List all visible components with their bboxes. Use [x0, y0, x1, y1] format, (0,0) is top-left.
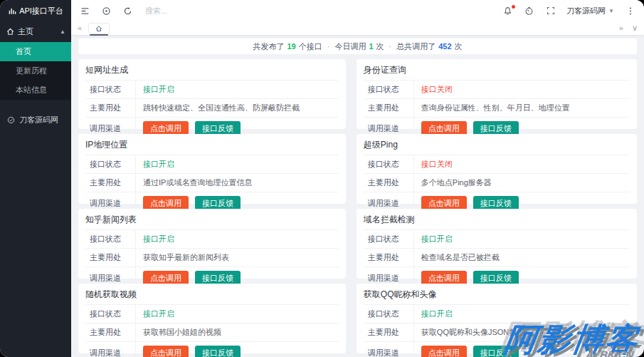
usage-text: 跳转快速稳定、全国连通性高、防屏蔽防拦截	[136, 99, 339, 117]
stats-text: 次	[455, 41, 463, 52]
api-card-random-video: 随机获取视频 接口状态 接口开启 主要用处 获取韩国小姐姐的视频 调用渠道	[78, 284, 346, 353]
status-badge: 接口开启	[143, 159, 174, 170]
row-label-status: 接口状态	[85, 230, 136, 248]
status-badge: 接口开启	[143, 234, 174, 244]
sidebar-item-changelog[interactable]: 更新历程	[0, 61, 71, 81]
sidebar-item-index[interactable]: 首页	[0, 42, 71, 61]
row-label-usage: 主要用处	[85, 324, 136, 341]
fullscreen-icon[interactable]	[545, 6, 556, 16]
topbar-actions: 刀客源码网 ▼	[502, 6, 635, 16]
row-label-status: 接口状态	[85, 81, 136, 98]
sidebar-footer-label: 刀客源码网	[19, 115, 58, 125]
home-icon	[6, 28, 14, 36]
topbar: 刀客源码网 ▼	[71, 0, 644, 21]
api-card-qq-avatar: 获取QQ昵称和头像 接口状态 接口开启 主要用处 获取QQ昵称和头像JSON数据…	[357, 284, 637, 353]
card-title: 域名拦截检测	[364, 214, 630, 226]
sidebar-item-daoke[interactable]: 刀客源码网	[0, 110, 71, 130]
search-input[interactable]	[144, 6, 253, 16]
row-label-status: 接口状态	[364, 230, 414, 248]
user-menu[interactable]: 刀客源码网 ▼	[566, 6, 614, 16]
usage-text: 获取韩国小姐姐的视频	[136, 324, 339, 341]
row-label-usage: 主要用处	[364, 249, 414, 267]
api-card-grid: 短网址生成 接口状态 接口开启 主要用处 跳转快速稳定、全国连通性高、防屏蔽防拦…	[78, 59, 637, 353]
status-badge: 接口开启	[421, 309, 453, 319]
stats-text: 今日调用	[334, 41, 366, 52]
chevron-up-icon: ▲	[60, 29, 65, 35]
call-api-button[interactable]: 点击调用	[421, 346, 467, 357]
tabbar: « » ∨	[71, 21, 644, 35]
row-label-status: 接口状态	[85, 155, 136, 173]
card-title: IP地理位置	[85, 139, 339, 151]
theme-disc-icon[interactable]	[101, 6, 112, 16]
row-label-usage: 主要用处	[364, 174, 414, 192]
usage-text: 多个地点Ping服务器	[414, 174, 630, 192]
stats-bar: 共发布了 19 个接口 · 今日调用 1 次 · 总共调用了 452 次	[78, 38, 637, 54]
card-title: 随机获取视频	[85, 289, 339, 301]
stats-text: 个接口	[299, 41, 322, 52]
sidebar-parent-label: 主页	[18, 26, 33, 37]
app-title: API接口平台	[19, 6, 63, 16]
status-badge: 接口关闭	[421, 84, 453, 95]
api-card-super-ping: 超级Ping 接口状态 接口关闭 主要用处 多个地点Ping服务器 调用渠道	[357, 134, 637, 204]
stats-total-count: 452	[438, 42, 451, 51]
app-window: API接口平台 主页 ▲ 首页 更新历程 本站信息 刀客源码网	[0, 0, 644, 357]
row-label-channel: 调用渠道	[364, 342, 414, 357]
stats-today-count: 1	[369, 42, 373, 51]
tab-home[interactable]	[88, 23, 110, 34]
api-card-zhihu-news: 知乎新闻列表 接口状态 接口开启 主要用处 获取知乎最新的新闻列表 调用渠道	[78, 209, 346, 279]
sidebar-item-site-info[interactable]: 本站信息	[0, 81, 71, 100]
api-card-id-query: 身份证查询 接口状态 接口关闭 主要用处 查询身份证属性、性别、年月日、地理位置…	[357, 59, 637, 129]
row-label-usage: 主要用处	[364, 324, 414, 341]
card-title: 短网址生成	[85, 64, 339, 76]
card-title: 超级Ping	[364, 139, 630, 151]
api-card-short-url: 短网址生成 接口状态 接口开启 主要用处 跳转快速稳定、全国连通性高、防屏蔽防拦…	[78, 59, 346, 129]
user-name: 刀客源码网	[566, 6, 606, 16]
card-title: 知乎新闻列表	[85, 214, 339, 226]
feedback-button[interactable]: 接口反馈	[195, 346, 241, 357]
tabs-dropdown-icon[interactable]: ∨	[632, 24, 638, 32]
submenu-label: 更新历程	[16, 66, 47, 76]
sidebar-submenu: 首页 更新历程 本站信息	[0, 42, 71, 100]
stats-text: 次	[376, 41, 384, 52]
home-icon	[95, 25, 102, 32]
row-label-status: 接口状态	[364, 155, 414, 173]
card-title: 身份证查询	[364, 64, 630, 76]
row-label-usage: 主要用处	[85, 99, 136, 117]
api-card-ip-location: IP地理位置 接口状态 接口开启 主要用处 通过IP或域名查询地理位置信息 调用…	[78, 134, 346, 204]
status-badge: 接口开启	[421, 234, 453, 244]
main-area: 刀客源码网 ▼ « » ∨ 共发布了	[71, 0, 644, 357]
usage-text: 获取QQ昵称和头像JSON数据	[414, 324, 630, 341]
app-logo: API接口平台	[0, 0, 71, 21]
row-label-status: 接口状态	[85, 305, 136, 323]
stats-text: 共发布了	[253, 41, 284, 52]
kebab-menu-icon[interactable]	[625, 6, 635, 16]
tabs-scroll-right-icon[interactable]: »	[619, 24, 623, 32]
logo-chart-icon	[8, 6, 16, 15]
sidebar-item-home-parent[interactable]: 主页 ▲	[0, 21, 71, 42]
row-label-usage: 主要用处	[85, 249, 136, 267]
sidebar: API接口平台 主页 ▲ 首页 更新历程 本站信息 刀客源码网	[0, 0, 71, 357]
usage-text: 查询身份证属性、性别、年月日、地理位置	[414, 99, 630, 117]
submenu-label: 本站信息	[16, 85, 47, 95]
tabs-scroll-left-icon[interactable]: «	[78, 24, 82, 32]
stats-text: 总共调用了	[396, 41, 436, 52]
collapse-sidebar-icon[interactable]	[80, 6, 90, 16]
row-label-status: 接口状态	[364, 305, 414, 323]
refresh-icon[interactable]	[122, 6, 133, 16]
status-badge: 接口开启	[143, 84, 174, 95]
chevron-down-icon: ▼	[608, 8, 614, 14]
stats-interface-count: 19	[287, 42, 295, 51]
notification-badge	[512, 5, 515, 9]
call-api-button[interactable]: 点击调用	[143, 346, 189, 357]
gauge-icon[interactable]	[524, 6, 534, 16]
row-label-status: 接口状态	[364, 81, 414, 98]
stats-separator: ·	[327, 42, 330, 51]
feedback-button[interactable]: 接口反馈	[473, 346, 519, 357]
notification-bell-icon[interactable]	[502, 6, 513, 16]
row-label-usage: 主要用处	[364, 99, 414, 117]
stats-separator: ·	[389, 42, 392, 51]
card-title: 获取QQ昵称和头像	[364, 289, 630, 301]
row-label-channel: 调用渠道	[85, 342, 136, 357]
submenu-label: 首页	[16, 46, 31, 57]
api-card-domain-block-check: 域名拦截检测 接口状态 接口开启 主要用处 检查域名是否已被拦截 调用渠道	[357, 209, 637, 279]
